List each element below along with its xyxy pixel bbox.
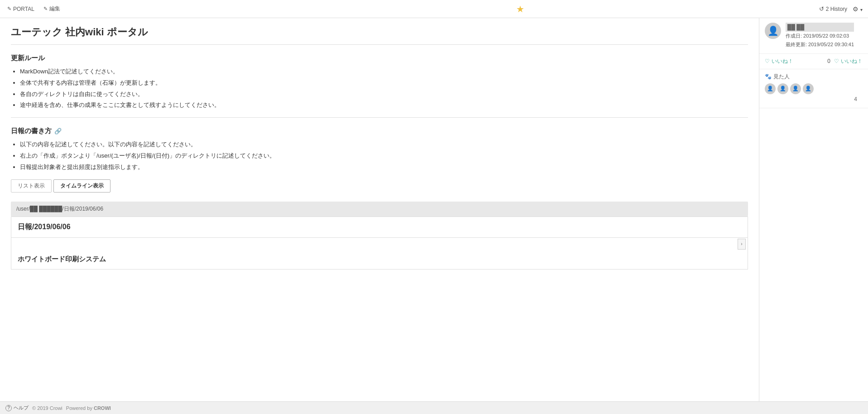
edit-icon: ✎ bbox=[43, 6, 48, 12]
gear-icon: ⚙ bbox=[853, 5, 858, 13]
like-button[interactable]: ♡ いいね！ bbox=[765, 58, 793, 65]
toolbar-right: ↺ 2 History ⚙ ▾ bbox=[819, 5, 863, 13]
viewer-avatar: 👤 bbox=[790, 83, 801, 94]
viewer-count: 4 bbox=[765, 94, 863, 104]
created-date: 作成日: 2019/05/22 09:02:03 bbox=[786, 32, 854, 40]
viewer-avatar: 👤 bbox=[777, 83, 788, 94]
list-item: 以下の内容を記述してください。以下の内容を記述してください。 bbox=[20, 140, 748, 149]
directory-bar: /user/██ ██████/日報/2019/06/06 bbox=[11, 202, 748, 217]
paw-icon: 🐾 bbox=[765, 73, 772, 80]
like-count: 0 bbox=[827, 58, 830, 64]
section2-list: 以下の内容を記述してください。以下の内容を記述してください。 右上の「作成」ボタ… bbox=[20, 140, 748, 172]
entry-block: 日報/2019/06/06 › ホワイトボード印刷システム bbox=[11, 217, 748, 270]
updated-date: 最終更新: 2019/05/22 09:30:41 bbox=[786, 40, 854, 49]
list-item: 日報提出対象者と提出頻度は別途指示します。 bbox=[20, 163, 748, 172]
avatar: 👤 bbox=[765, 23, 781, 39]
sidebar-profile: 👤 ██ ██ 作成日: 2019/05/22 09:02:03 最終更新: 2… bbox=[759, 18, 868, 54]
like-count-right-button[interactable]: ♡ いいね！ bbox=[834, 58, 863, 65]
powered-by: Powered by CROWI bbox=[66, 405, 111, 411]
list-item: MarkDown記法で記述してください。 bbox=[20, 67, 748, 77]
main-layout: ユーテック 社内wiki ポータル 更新ルール MarkDown記法で記述してく… bbox=[0, 18, 868, 401]
gear-button[interactable]: ⚙ ▾ bbox=[853, 5, 863, 13]
viewers-label: 🐾 見た人 bbox=[765, 73, 863, 81]
history-button[interactable]: ↺ 2 History bbox=[819, 5, 847, 12]
portal-button[interactable]: ✎ PORTAL bbox=[5, 5, 36, 13]
help-label: ヘルプ bbox=[14, 404, 29, 411]
heart-icon: ♡ bbox=[765, 58, 770, 64]
page-title: ユーテック 社内wiki ポータル bbox=[11, 25, 748, 45]
copyright: © 2019 Crowi bbox=[32, 405, 62, 411]
portal-label: PORTAL bbox=[13, 6, 34, 12]
brand-name: CROWI bbox=[94, 405, 111, 411]
viewer-avatar: 👤 bbox=[765, 83, 776, 94]
tab-list[interactable]: リスト表示 bbox=[11, 179, 52, 193]
username: ██ ██ bbox=[786, 23, 854, 32]
edit-label: 編集 bbox=[49, 5, 60, 13]
gear-dropdown-icon: ▾ bbox=[860, 7, 863, 12]
viewer-avatar: 👤 bbox=[803, 83, 814, 94]
heart-icon-right: ♡ bbox=[834, 58, 839, 64]
section-divider bbox=[11, 117, 748, 118]
like-label-right: いいね！ bbox=[841, 58, 863, 65]
tab-row: リスト表示 タイムライン表示 bbox=[11, 179, 748, 193]
sidebar-likes: ♡ いいね！ 0 ♡ いいね！ bbox=[759, 54, 868, 69]
sidebar-meta: ██ ██ 作成日: 2019/05/22 09:02:03 最終更新: 201… bbox=[786, 23, 854, 49]
tab-timeline[interactable]: タイムライン表示 bbox=[53, 179, 110, 193]
portal-icon: ✎ bbox=[7, 6, 11, 12]
entry-title: 日報/2019/06/06 bbox=[11, 217, 748, 238]
avatar-icon: 👤 bbox=[767, 25, 779, 36]
history-count: 2 History bbox=[826, 6, 847, 12]
sidebar-viewers: 🐾 見た人 👤 👤 👤 👤 4 bbox=[759, 69, 868, 108]
entry-subtitle: ホワイトボード印刷システム bbox=[11, 250, 748, 269]
toolbar-left: ✎ PORTAL ✎ 編集 bbox=[5, 4, 62, 14]
sidebar: 👤 ██ ██ 作成日: 2019/05/22 09:02:03 最終更新: 2… bbox=[759, 18, 868, 401]
list-item: 右上の「作成」ボタンより「/user/(ユーザ名)/日報/(日付)」のディレクト… bbox=[20, 151, 748, 161]
like-label: いいね！ bbox=[772, 58, 793, 65]
star-icon[interactable]: ★ bbox=[516, 4, 524, 14]
section2-title: 日報の書き方 🔗 bbox=[11, 127, 748, 135]
link-icon: 🔗 bbox=[54, 128, 62, 135]
content-area: ユーテック 社内wiki ポータル 更新ルール MarkDown記法で記述してく… bbox=[0, 18, 759, 401]
scroll-right-button[interactable]: › bbox=[738, 239, 746, 250]
section1-list: MarkDown記法で記述してください。 全体で共有する内容は管理者（石塚）が更… bbox=[20, 67, 748, 110]
help-button[interactable]: ? ヘルプ bbox=[5, 404, 29, 411]
viewer-avatars: 👤 👤 👤 👤 bbox=[765, 83, 863, 94]
list-item: 各自のディレクトリは自由に使ってください。 bbox=[20, 90, 748, 99]
help-icon: ? bbox=[5, 405, 12, 411]
app-footer: ? ヘルプ © 2019 Crowi Powered by CROWI bbox=[0, 401, 868, 414]
list-item: 全体で共有する内容は管理者（石塚）が更新します。 bbox=[20, 78, 748, 88]
section1-title: 更新ルール bbox=[11, 54, 748, 63]
list-item: 途中経過を含め、仕事の成果をここに文書として残すようにしてください。 bbox=[20, 101, 748, 110]
toolbar: ✎ PORTAL ✎ 編集 ↺ 2 History ⚙ ▾ bbox=[0, 0, 868, 18]
edit-button[interactable]: ✎ 編集 bbox=[42, 4, 62, 14]
history-icon: ↺ bbox=[819, 5, 824, 12]
